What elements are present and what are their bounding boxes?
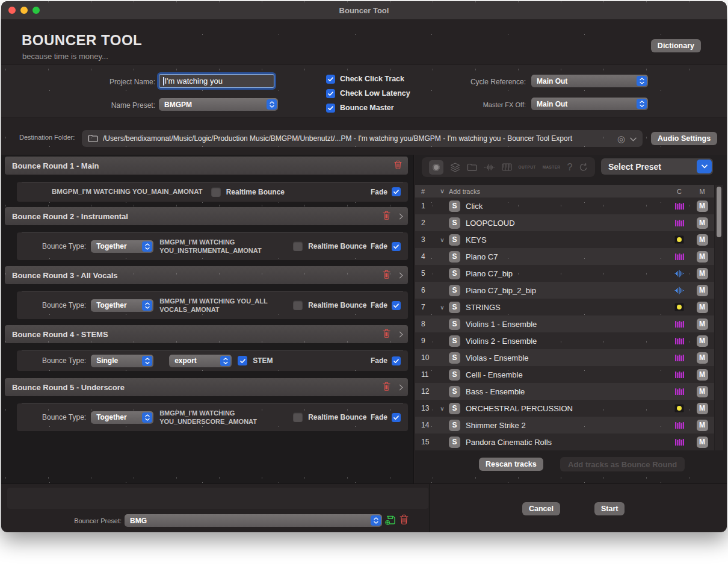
chevron-down-icon[interactable]: ∨ <box>436 187 449 195</box>
mute-column-header[interactable]: M <box>690 188 714 195</box>
mute-button[interactable]: M <box>697 369 708 381</box>
mute-button[interactable]: M <box>697 285 708 296</box>
mute-button[interactable]: M <box>697 420 708 431</box>
collapse-chevron-icon[interactable] <box>397 213 403 219</box>
realtime-bounce-row[interactable]: Realtime Bounce <box>293 241 366 251</box>
bounce-round-header[interactable]: Bounce Round 3 - All Vocals <box>5 266 408 284</box>
delete-round-icon[interactable] <box>383 211 390 222</box>
undo-icon[interactable] <box>579 163 588 172</box>
solo-button[interactable]: S <box>449 403 460 414</box>
mute-button[interactable]: M <box>697 201 708 212</box>
fade-checkbox[interactable] <box>392 356 401 365</box>
solo-button[interactable]: S <box>449 386 460 397</box>
realtime-bounce-row[interactable]: Realtime Bounce <box>293 300 366 310</box>
delete-round-icon[interactable] <box>383 329 390 340</box>
delete-round-icon[interactable] <box>383 270 390 281</box>
solo-button[interactable]: S <box>449 285 460 296</box>
bounce-type-dropdown[interactable]: Together <box>91 411 153 424</box>
solo-button[interactable]: S <box>449 234 460 246</box>
solo-button[interactable]: S <box>449 217 460 229</box>
mute-button[interactable]: M <box>697 403 708 414</box>
realtime-bounce-row[interactable]: Realtime Bounce <box>293 412 366 422</box>
name-preset-dropdown[interactable]: BMGPM <box>159 98 278 111</box>
realtime-bounce-checkbox[interactable] <box>293 241 303 251</box>
bounce-type-dropdown[interactable]: Together <box>91 299 153 312</box>
bounce-round-header[interactable]: Bounce Round 5 - Underscore <box>5 378 408 396</box>
table-row[interactable]: 9 S Violins 2 - Ensemble M <box>415 332 714 349</box>
table-row[interactable]: 8 S Violins 1 - Ensemble M <box>415 316 714 332</box>
table-row[interactable]: 6 S Piano C7_bip_2_bip M <box>415 282 714 299</box>
table-row[interactable]: 3 ∨ S KEYS M <box>415 231 714 248</box>
solo-button[interactable]: S <box>449 302 460 313</box>
table-row[interactable]: 12 S Bass - Ensemble M <box>415 383 714 400</box>
folder-icon[interactable] <box>467 163 477 172</box>
bouncer-preset-dropdown[interactable]: BMG <box>125 514 382 527</box>
help-icon[interactable]: ? <box>567 162 572 173</box>
master-icon[interactable]: MASTER <box>543 165 561 169</box>
bounce-type-dropdown[interactable]: Single <box>91 355 153 367</box>
output-icon[interactable]: OUTPUT <box>519 165 536 169</box>
mute-button[interactable]: M <box>697 217 708 229</box>
solo-button[interactable]: S <box>449 437 460 448</box>
collapse-chevron-icon[interactable] <box>397 331 403 337</box>
bounce-master-checkbox[interactable] <box>326 104 335 113</box>
solo-button[interactable]: S <box>449 319 460 330</box>
mute-button[interactable]: M <box>697 302 708 313</box>
delete-round-icon[interactable] <box>394 160 402 172</box>
table-row[interactable]: 7 ∨ S STRINGS M <box>415 299 714 316</box>
table-row[interactable]: 2 S LOOPCLOUD M <box>415 214 714 231</box>
realtime-bounce-checkbox[interactable] <box>211 187 221 197</box>
check-click-track-row[interactable]: Check Click Track <box>326 74 410 84</box>
mute-button[interactable]: M <box>697 437 708 448</box>
table-row[interactable]: 11 S Celli - Ensemble M <box>415 366 714 383</box>
fade-checkbox[interactable] <box>392 301 401 310</box>
solo-button[interactable]: S <box>449 268 460 279</box>
record-ring-icon[interactable]: ◎ <box>617 134 625 143</box>
cancel-button[interactable]: Cancel <box>522 502 560 515</box>
rescan-tracks-button[interactable]: Rescan tracks <box>479 458 543 471</box>
table-row[interactable]: 14 S Shimmer Strike 2 M <box>415 417 714 434</box>
fade-checkbox[interactable] <box>392 413 401 422</box>
waveform-icon[interactable] <box>484 164 495 171</box>
delete-preset-icon[interactable] <box>399 514 409 527</box>
destination-path-field[interactable]: /Users/bendixamonat/Music/Logic/Producti… <box>82 130 643 147</box>
layers-icon[interactable] <box>450 163 460 172</box>
table-row[interactable]: 1 S Click M <box>415 197 714 214</box>
record-icon[interactable] <box>429 160 443 175</box>
expand-chevron-icon[interactable]: ∨ <box>436 237 449 243</box>
table-row[interactable]: 13 ∨ S ORCHESTRAL PERCUSSION M <box>415 400 714 417</box>
stem-row[interactable]: STEM <box>238 356 273 365</box>
bounce-round-header[interactable]: Bounce Round 4 - STEMS <box>5 325 408 343</box>
dictionary-button[interactable]: Dictionary <box>651 39 701 52</box>
fade-checkbox[interactable] <box>392 242 401 251</box>
realtime-bounce-row[interactable]: Realtime Bounce <box>211 187 285 197</box>
audio-settings-button[interactable]: Audio Settings <box>651 132 717 145</box>
project-name-input[interactable]: I'm watching you <box>159 74 274 88</box>
table-row[interactable]: 4 S Piano C7 M <box>415 248 714 265</box>
save-preset-icon[interactable] <box>385 515 396 527</box>
expand-chevron-icon[interactable]: ∨ <box>436 304 449 311</box>
mute-button[interactable]: M <box>697 234 708 246</box>
mute-button[interactable]: M <box>697 251 708 263</box>
table-row[interactable]: 10 S Violas - Ensemble M <box>415 349 714 366</box>
bounce-round-header[interactable]: Bounce Round 1 - Main <box>5 157 408 175</box>
check-low-latency-checkbox[interactable] <box>326 89 335 98</box>
add-tracks-as-bounce-round-button[interactable]: Add tracks as Bounce Round <box>560 457 685 471</box>
collapse-chevron-icon[interactable] <box>397 272 403 278</box>
table-row[interactable]: 5 S Piano C7_bip M <box>415 265 714 282</box>
expand-chevron-icon[interactable]: ∨ <box>436 405 449 412</box>
delete-round-icon[interactable] <box>383 382 390 393</box>
solo-button[interactable]: S <box>449 420 460 431</box>
realtime-bounce-checkbox[interactable] <box>293 300 303 310</box>
bounce-type-dropdown[interactable]: Together <box>91 240 153 253</box>
chevron-down-icon[interactable] <box>630 133 637 144</box>
piano-icon[interactable] <box>502 163 512 171</box>
select-preset-dropdown[interactable]: Select Preset <box>601 158 713 175</box>
check-low-latency-row[interactable]: Check Low Latency <box>326 89 410 98</box>
scrollbar[interactable] <box>715 185 723 450</box>
solo-button[interactable]: S <box>449 251 460 263</box>
bounce-master-row[interactable]: Bounce Master <box>326 103 410 113</box>
solo-button[interactable]: S <box>449 335 460 347</box>
check-click-track-checkbox[interactable] <box>326 75 335 84</box>
bounce-round-header[interactable]: Bounce Round 2 - Instrumental <box>5 207 408 225</box>
